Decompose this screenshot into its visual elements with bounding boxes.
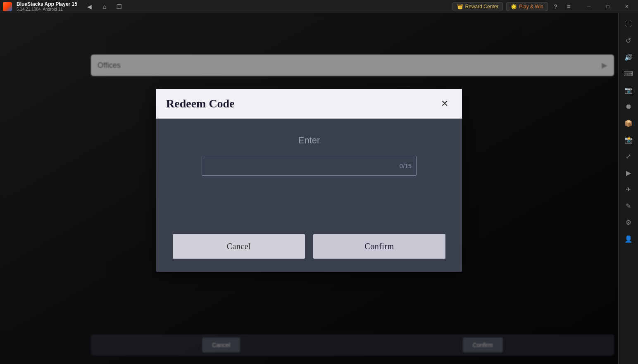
app-version: 5.14.21.1004 Android 11 xyxy=(17,7,77,12)
bluestacks-logo xyxy=(0,0,15,13)
volume-icon[interactable]: 🔊 xyxy=(621,50,636,64)
playnwin-label: Play & Win xyxy=(519,4,543,10)
code-input-wrapper: 0/15 xyxy=(202,156,417,176)
play-win-button[interactable]: 🌟 Play & Win xyxy=(506,2,548,11)
help-button[interactable]: ? xyxy=(550,1,561,12)
reward-icon: 👑 xyxy=(457,4,463,10)
enter-label: Enter xyxy=(298,135,320,146)
back-button[interactable]: ◀ xyxy=(84,1,95,12)
rotate-icon[interactable]: ↺ xyxy=(621,33,636,48)
brush-icon[interactable]: ✎ xyxy=(621,198,636,213)
modal-title: Redeem Code xyxy=(166,97,235,110)
reward-label: Reward Center xyxy=(465,4,499,10)
fly-icon[interactable]: ✈ xyxy=(621,182,636,197)
bs-logo-shape xyxy=(3,2,12,11)
modal-close-button[interactable]: ✕ xyxy=(437,96,452,111)
code-input[interactable] xyxy=(202,156,417,176)
confirm-button[interactable]: Confirm xyxy=(313,234,445,259)
app-title: BlueStacks App Player 15 xyxy=(17,1,77,7)
maximize-button[interactable]: □ xyxy=(598,0,617,13)
screenshot-icon[interactable]: 📷 xyxy=(621,83,636,98)
titlebar-right: 👑 Reward Center 🌟 Play & Win ? ≡ ─ □ ✕ xyxy=(452,0,636,13)
resize-icon[interactable]: ⤢ xyxy=(621,149,636,164)
reward-center-button[interactable]: 👑 Reward Center xyxy=(452,2,503,11)
copy-button[interactable]: ❐ xyxy=(114,1,125,12)
right-sidebar: ⛶ ↺ 🔊 ⌨ 📷 ⏺ 📦 📸 ⤢ ▶ ✈ ✎ ⚙ 👤 xyxy=(618,13,638,364)
record-icon[interactable]: ⏺ xyxy=(621,99,636,114)
cancel-button[interactable]: Cancel xyxy=(173,234,305,259)
playnwin-icon: 🌟 xyxy=(511,4,517,10)
modal-body: Enter 0/15 xyxy=(156,119,462,234)
titlebar: BlueStacks App Player 15 5.14.21.1004 An… xyxy=(0,0,638,13)
menu-button[interactable]: ≡ xyxy=(563,1,574,12)
profile-icon[interactable]: 👤 xyxy=(621,231,636,246)
home-button[interactable]: ⌂ xyxy=(99,1,110,12)
apk-icon[interactable]: 📦 xyxy=(621,116,636,131)
redeem-code-modal: Redeem Code ✕ Enter 0/15 Cancel Confirm xyxy=(156,89,462,272)
app-name-display: BlueStacks App Player 15 5.14.21.1004 An… xyxy=(17,1,77,12)
macro-icon[interactable]: ▶ xyxy=(621,165,636,180)
settings-icon[interactable]: ⚙ xyxy=(621,215,636,230)
main-content: Offices ▶ Cancel Confirm Redeem Code ✕ E… xyxy=(0,13,618,364)
window-controls: ─ □ ✕ xyxy=(579,0,636,13)
modal-footer: Cancel Confirm xyxy=(156,234,462,272)
keyboard-icon[interactable]: ⌨ xyxy=(621,66,636,81)
close-button[interactable]: ✕ xyxy=(617,0,636,13)
modal-backdrop: Redeem Code ✕ Enter 0/15 Cancel Confirm xyxy=(0,13,618,364)
camera-icon[interactable]: 📸 xyxy=(621,132,636,147)
minimize-button[interactable]: ─ xyxy=(579,0,598,13)
fullscreen-icon[interactable]: ⛶ xyxy=(621,17,636,31)
modal-header: Redeem Code ✕ xyxy=(156,89,462,119)
titlebar-nav: ◀ ⌂ ❐ xyxy=(84,1,125,12)
